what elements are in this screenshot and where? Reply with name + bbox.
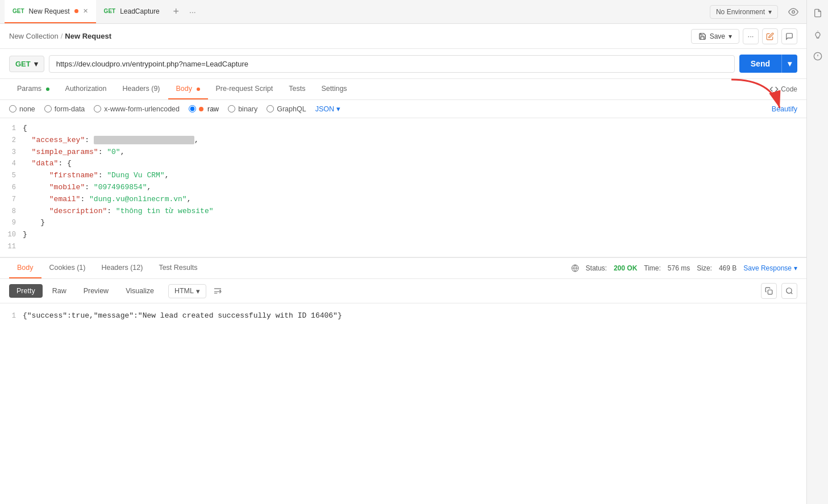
tab-new-request[interactable]: GET New Request ✕ (5, 0, 96, 23)
line-content-6: "mobile": "0974969854", (23, 182, 806, 194)
tab-body-label: Body (176, 85, 193, 93)
opt-raw-label: raw (207, 105, 219, 113)
tab-lead-capture[interactable]: GET LeadCapture (96, 0, 168, 23)
resp-tab-headers[interactable]: Headers (12) (93, 258, 151, 278)
body-dot (197, 88, 200, 91)
opt-graphql-radio[interactable] (267, 105, 274, 113)
resp-format-label: HTML (174, 287, 194, 295)
opt-binary-radio[interactable] (228, 105, 235, 113)
response-tabs-bar: Body Cookies (1) Headers (12) Test Resul… (0, 258, 806, 279)
json-type-select[interactable]: JSON ▾ (315, 105, 340, 113)
url-input[interactable] (49, 55, 735, 73)
tab-body[interactable]: Body (168, 79, 208, 99)
opt-none-radio[interactable] (9, 105, 16, 113)
breadcrumb: New Collection / New Request (9, 32, 111, 40)
env-selector[interactable]: No Environment ▾ (710, 5, 778, 19)
opt-form-data-label: form-data (55, 105, 85, 113)
code-line-4: 4 "data": { (0, 158, 806, 170)
code-editor[interactable]: 1 { 2 "access_key": , 3 "simple_params":… (0, 118, 806, 257)
resp-tab-body[interactable]: Body (9, 258, 41, 278)
body-options: none form-data x-www-form-urlencoded raw… (0, 100, 806, 118)
sidebar-bulb-icon[interactable] (809, 26, 826, 43)
opt-urlencoded-radio[interactable] (94, 105, 101, 113)
size-value: 469 B (719, 264, 737, 272)
comment-icon[interactable] (781, 28, 797, 44)
resp-tab-cookies-label: Cookies (1) (49, 264, 86, 272)
tab-auth-label: Authorization (65, 85, 107, 93)
beautify-button[interactable]: Beautify (772, 105, 797, 113)
opt-none[interactable]: none (9, 105, 35, 113)
tab-params[interactable]: Params (9, 79, 57, 99)
tab-label: New Request (29, 7, 70, 15)
save-button[interactable]: Save ▾ (691, 29, 739, 44)
url-bar: GET ▾ Send ▾ (0, 49, 806, 79)
code-line-6: 6 "mobile": "0974969854", (0, 182, 806, 194)
resp-opt-preview[interactable]: Preview (76, 284, 116, 298)
opt-urlencoded[interactable]: x-www-form-urlencoded (94, 105, 180, 113)
resp-format-select[interactable]: HTML ▾ (168, 284, 206, 298)
resp-line-1: 1 {"success":true,"message":"New lead cr… (0, 310, 806, 322)
code-line-3: 3 "simple_params": "0", (0, 147, 806, 159)
size-label: Size: (697, 264, 712, 272)
opt-form-data[interactable]: form-data (44, 105, 85, 113)
save-resp-dropdown: ▾ (794, 264, 797, 272)
tab-tests-label: Tests (289, 85, 305, 93)
env-label: No Environment (716, 8, 765, 16)
opt-raw[interactable]: raw (189, 105, 219, 113)
tab-authorization[interactable]: Authorization (57, 79, 115, 99)
opt-form-data-radio[interactable] (44, 105, 52, 113)
svg-line-5 (791, 293, 793, 294)
tab-bar-right: No Environment ▾ (710, 0, 802, 23)
tab-params-label: Params (17, 85, 41, 93)
wrap-lines-icon[interactable] (213, 286, 222, 295)
opt-binary-label: binary (238, 105, 257, 113)
send-button[interactable]: Send ▾ (739, 55, 797, 73)
sidebar-info-icon[interactable] (809, 48, 826, 65)
response-section: Body Cookies (1) Headers (12) Test Resul… (0, 257, 806, 329)
save-response-button[interactable]: Save Response ▾ (743, 264, 797, 272)
tab-dot (74, 9, 78, 13)
line-content-10: } (23, 229, 806, 241)
line-num-9: 9 (0, 217, 23, 228)
send-dropdown-icon[interactable]: ▾ (781, 55, 797, 73)
opt-urlencoded-label: x-www-form-urlencoded (104, 105, 180, 113)
copy-response-button[interactable] (761, 283, 777, 299)
tab-prerequest[interactable]: Pre-request Script (208, 79, 281, 99)
opt-none-label: none (19, 105, 35, 113)
method-select[interactable]: GET ▾ (9, 56, 44, 72)
search-response-button[interactable] (781, 283, 797, 299)
tab-close-btn[interactable]: ✕ (83, 7, 88, 15)
code-link[interactable]: Code (769, 85, 797, 94)
resp-body-opts: Pretty Raw Preview Visualize HTML ▾ (0, 279, 806, 303)
eye-icon[interactable] (785, 3, 802, 20)
line-num-2: 2 (0, 135, 23, 146)
status-label: Status: (586, 264, 607, 272)
tab-settings[interactable]: Settings (313, 79, 355, 99)
opt-graphql[interactable]: GraphQL (267, 105, 306, 113)
breadcrumb-collection[interactable]: New Collection (9, 32, 59, 40)
tab-headers[interactable]: Headers (9) (115, 79, 168, 99)
tab-more-button[interactable]: ··· (185, 0, 201, 23)
breadcrumb-bar: New Collection / New Request Save ▾ ··· (0, 24, 806, 49)
opt-binary[interactable]: binary (228, 105, 257, 113)
method-badge-get2: GET (104, 8, 116, 14)
json-dropdown-icon: ▾ (336, 105, 340, 113)
edit-icon[interactable] (762, 28, 778, 44)
line-content-1: { (23, 123, 806, 135)
sidebar-document-icon[interactable] (809, 5, 826, 22)
tab-tests[interactable]: Tests (281, 79, 313, 99)
toolbar-more-button[interactable]: ··· (743, 28, 759, 44)
resp-tab-cookies[interactable]: Cookies (1) (41, 258, 94, 278)
save-label: Save (710, 32, 725, 40)
add-tab-button[interactable]: + (168, 0, 185, 23)
time-value: 576 ms (668, 264, 690, 272)
resp-line-num-1: 1 (0, 311, 23, 322)
save-dropdown-icon: ▾ (729, 32, 732, 40)
raw-dot (199, 107, 203, 111)
resp-opt-pretty[interactable]: Pretty (9, 284, 43, 298)
resp-opt-raw[interactable]: Raw (45, 284, 74, 298)
line-num-5: 5 (0, 170, 23, 181)
opt-raw-radio[interactable] (189, 105, 196, 113)
resp-opt-visualize[interactable]: Visualize (118, 284, 161, 298)
resp-tab-test-results[interactable]: Test Results (151, 258, 205, 278)
